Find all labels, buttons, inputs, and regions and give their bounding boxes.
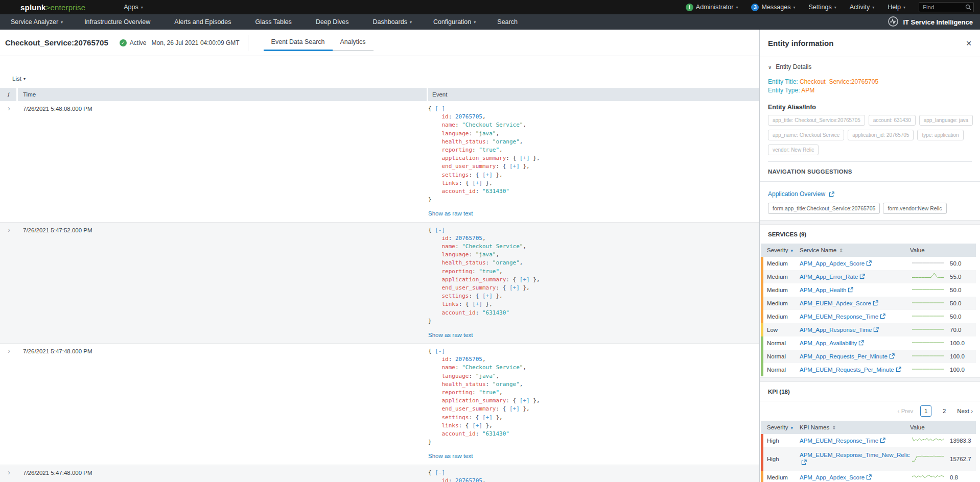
expand-row-icon[interactable]: › (0, 465, 18, 482)
kpi-value: 13983.3 (948, 438, 976, 444)
service-link[interactable]: APM_App_Apdex_Score (800, 260, 872, 267)
severity-bar (761, 270, 763, 283)
sparkline (912, 339, 944, 348)
caret-down-icon: ▾ (834, 5, 836, 10)
service-link[interactable]: APM_App_Error_Rate (800, 274, 865, 280)
settings-menu[interactable]: Settings ▾ (808, 4, 836, 11)
severity-bar (761, 447, 763, 471)
sparkline (912, 352, 944, 361)
appnav-alerts-and-episodes[interactable]: Alerts and Episodes (164, 18, 244, 26)
kpi-names-column-header[interactable]: KPI Names⇕ (800, 424, 908, 430)
severity-bar (761, 323, 763, 336)
application-overview-link[interactable]: Application Overview (768, 190, 834, 198)
activity-menu[interactable]: Activity ▾ (850, 4, 875, 11)
service-value: 50.0 (948, 314, 976, 320)
sparkline (912, 259, 944, 268)
severity-bar (761, 310, 763, 323)
activity-label: Activity (850, 4, 870, 11)
kpi-link[interactable]: APM_EUEM_Response_Time_New_Relic (800, 451, 906, 466)
entity-title-label: Entity Title: (768, 78, 798, 85)
tab-event-data-search[interactable]: Event Data Search (264, 35, 333, 50)
service-value: 50.0 (948, 300, 976, 306)
messages-count-badge: 3 (751, 4, 759, 11)
kpi-value: 0.8 (948, 474, 976, 480)
show-raw-text-link[interactable]: Show as raw text (428, 332, 473, 338)
severity-bar (761, 297, 763, 310)
entity-type-label: Entity Type: (768, 87, 800, 94)
show-raw-text-link[interactable]: Show as raw text (428, 210, 473, 216)
expand-row-icon[interactable]: › (0, 344, 18, 465)
appnav-service-analyzer[interactable]: Service Analyzer ▾ (0, 18, 74, 26)
header-divider (248, 35, 248, 51)
appnav-glass-tables[interactable]: Glass Tables (245, 18, 305, 26)
kpi-row: High APM_EUEM_Response_Time_New_Relic 15… (761, 447, 976, 471)
splunk-logo[interactable]: splunk>enterprise (20, 3, 85, 12)
kpi-row: Medium APM_App_Apdex_Score 0.8 (761, 471, 976, 482)
administrator-menu[interactable]: i Administrator ▾ (686, 4, 738, 11)
alias-heading: Entity Alias/Info (768, 104, 972, 111)
event-row: › 7/26/2021 5:47:48.000 PM { [-] id: 207… (0, 344, 759, 465)
service-link[interactable]: APM_EUEM_Apdex_Score (800, 300, 878, 306)
service-link[interactable]: APM_App_Requests_Per_Minute (800, 353, 895, 359)
main-content: Checkout_Service:20765705 ✓ Active Mon, … (0, 30, 759, 482)
list-format-dropdown[interactable]: List ▾ (12, 76, 43, 82)
apps-menu[interactable]: Apps ▾ (124, 4, 143, 11)
appnav-item-label: Alerts and Episodes (174, 18, 231, 26)
entity-type-row: Entity Type: APM (768, 86, 972, 95)
kpi-link[interactable]: APM_EUEM_Response_Time (800, 438, 885, 444)
active-check-icon: ✓ (120, 39, 127, 46)
show-raw-text-link[interactable]: Show as raw text (428, 453, 473, 459)
page-2-button[interactable]: 2 (939, 405, 950, 417)
kpi-heading: KPI (18) (760, 382, 980, 401)
severity-bar (761, 434, 763, 447)
service-name-label: APM_App_Error_Rate (800, 274, 858, 280)
service-row: Normal APM_EUEM_Requests_Per_Minute 100.… (761, 363, 976, 376)
messages-label: Messages (761, 4, 790, 11)
close-icon[interactable]: ✕ (966, 39, 972, 47)
kpi-link[interactable]: APM_App_Apdex_Score (800, 474, 872, 480)
next-page-button[interactable]: Next › (957, 408, 973, 414)
severity-column-header[interactable]: Severity▾ (767, 247, 800, 253)
entity-type-value: APM (801, 87, 814, 94)
external-link-icon (829, 191, 834, 197)
appnav-infrastructure-overview[interactable]: Infrastructure Overview (74, 18, 164, 26)
service-link[interactable]: APM_App_Response_Time (800, 327, 879, 333)
kpi-table: Severity▾ KPI Names⇕ Value High APM_EUEM… (761, 421, 976, 482)
page-1-button[interactable]: 1 (920, 405, 931, 417)
service-link[interactable]: APM_App_Health (800, 287, 853, 293)
service-name-label: APM_EUEM_Apdex_Score (800, 300, 871, 306)
service-severity: Medium (767, 274, 800, 280)
expand-row-icon[interactable]: › (0, 223, 18, 344)
expand-row-icon[interactable]: › (0, 101, 18, 222)
appnav-deep-dives[interactable]: Deep Dives (305, 18, 362, 26)
appnav-search[interactable]: Search (486, 18, 531, 26)
service-name-label: APM_App_Health (800, 287, 846, 293)
appnav-item-label: Configuration (433, 18, 471, 26)
severity-header-label: Severity (767, 424, 788, 430)
tab-analytics[interactable]: Analytics (333, 35, 374, 50)
help-menu[interactable]: Help ▾ (888, 4, 905, 11)
entity-details-toggle[interactable]: ∨ Entity Details (768, 63, 972, 70)
kpi-severity-column-header[interactable]: Severity▾ (767, 424, 800, 430)
service-severity: Normal (767, 367, 800, 373)
service-link[interactable]: APM_App_Availability (800, 340, 864, 346)
service-name-label: APM_App_Apdex_Score (800, 260, 865, 267)
caret-down-icon: ▾ (24, 77, 26, 81)
appnav-dashboards[interactable]: Dashboards ▾ (362, 18, 423, 26)
external-link-icon (873, 327, 879, 332)
appnav-configuration[interactable]: Configuration ▾ (423, 18, 486, 26)
messages-menu[interactable]: 3 Messages ▾ (751, 4, 795, 11)
panel-title: Entity information (768, 39, 833, 47)
sparkline (912, 436, 944, 445)
service-name-column-header[interactable]: Service Name⇕ (800, 247, 908, 253)
prev-page-button[interactable]: ‹ Prev (898, 408, 914, 414)
severity-bar (761, 257, 763, 270)
service-link[interactable]: APM_EUEM_Response_Time (800, 314, 885, 320)
alias-chip: app_title: Checkout_Service:20765705 (768, 115, 865, 126)
settings-label: Settings (808, 4, 831, 11)
status-badge: ✓ Active (120, 39, 147, 46)
service-link[interactable]: APM_EUEM_Requests_Per_Minute (800, 367, 901, 373)
service-severity: Normal (767, 340, 800, 346)
service-severity: Medium (767, 300, 800, 306)
severity-bar (761, 283, 763, 297)
